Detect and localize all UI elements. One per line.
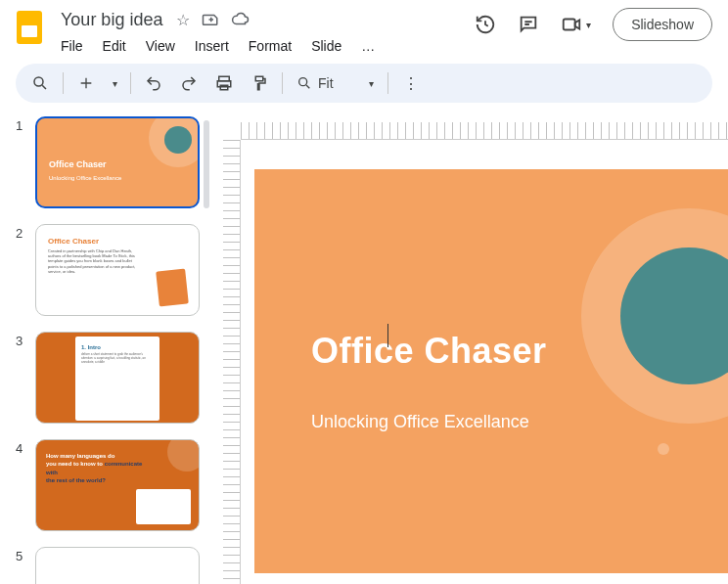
thumb-number: 2 (16, 224, 25, 241)
separator (63, 72, 64, 94)
thumb-number: 3 (16, 332, 25, 348)
menu-more[interactable]: … (361, 38, 375, 54)
thumb-number: 4 (16, 439, 25, 456)
canvas-area: Office Chaser Unlocking Office Excellanc… (211, 111, 728, 584)
version-history-icon[interactable] (475, 14, 496, 35)
decorative-circle (167, 439, 200, 472)
box-graphic (136, 489, 191, 524)
menu-format[interactable]: Format (249, 38, 292, 54)
vertical-ruler[interactable] (223, 140, 241, 584)
thumb-number: 1 (16, 116, 25, 133)
menu-edit[interactable]: Edit (103, 38, 126, 54)
thumb-body: deliver a short statement to grab the au… (81, 352, 154, 364)
slideshow-button[interactable]: Slideshow (613, 8, 712, 41)
thumb-title: Office Chaser (49, 159, 107, 169)
svg-point-5 (299, 78, 307, 86)
horizontal-ruler[interactable] (241, 122, 728, 140)
chevron-down-icon: ▾ (369, 78, 374, 89)
more-tools-button[interactable]: ⋮ (396, 68, 426, 98)
slide-subtitle-text[interactable]: Unlocking Office Excellance (311, 412, 529, 432)
app-logo[interactable] (12, 8, 47, 47)
comments-icon[interactable] (518, 14, 539, 35)
slide-thumbnail-3[interactable]: 1. Intro deliver a short statement to gr… (35, 332, 200, 424)
cloud-status-icon[interactable] (231, 11, 250, 29)
slide-canvas[interactable]: Office Chaser Unlocking Office Excellanc… (254, 169, 728, 573)
chevron-down-icon: ▾ (586, 20, 591, 30)
menu-slide[interactable]: Slide (311, 38, 341, 54)
move-icon[interactable] (202, 11, 219, 29)
slide-thumbnail-4[interactable]: How many languages do you need to know t… (35, 439, 200, 531)
toolbar: ▾ Fit ▾ ⋮ (16, 64, 712, 103)
separator (282, 72, 283, 94)
svg-rect-0 (564, 20, 575, 30)
new-slide-dropdown[interactable]: ▾ (107, 68, 122, 98)
slide-thumbnail-2[interactable]: Office Chaser Created in partnership wit… (35, 224, 200, 316)
separator (130, 72, 131, 94)
new-slide-button[interactable] (71, 68, 101, 98)
decorative-dot (658, 443, 669, 455)
slide-thumbnail-1[interactable]: Office Chaser Unlocking Office Excellanc… (35, 116, 200, 208)
menu-view[interactable]: View (146, 38, 175, 54)
svg-point-1 (34, 77, 43, 86)
search-menus-icon[interactable] (25, 68, 55, 98)
book-graphic (156, 269, 189, 307)
thumb-number: 5 (16, 547, 25, 563)
thumb-subtitle: Unlocking Office Excellance (49, 175, 121, 181)
redo-button[interactable] (174, 68, 204, 98)
thumb-body: Created in partnership with Chip and Dan… (48, 248, 140, 274)
meet-icon[interactable]: ▾ (561, 14, 591, 35)
slide-thumbnail-5[interactable] (35, 547, 200, 584)
scrollbar[interactable] (204, 120, 209, 208)
star-icon[interactable]: ☆ (176, 11, 190, 29)
menu-bar: File Edit View Insert Format Slide … (57, 32, 465, 64)
filmstrip: 1 Office Chaser Unlocking Office Excella… (0, 111, 211, 584)
print-button[interactable] (209, 68, 239, 98)
zoom-control[interactable]: Fit ▾ (291, 75, 380, 91)
paint-format-button[interactable] (245, 68, 274, 98)
menu-file[interactable]: File (61, 38, 83, 54)
separator (387, 72, 388, 94)
document-title[interactable]: Your big idea (57, 8, 166, 32)
decorative-circle (164, 126, 192, 154)
paper-graphic: 1. Intro deliver a short statement to gr… (75, 337, 159, 421)
thumb-title: Office Chaser (48, 237, 99, 246)
slide-title-text[interactable]: Office Chaser (311, 331, 547, 372)
text-cursor (387, 324, 388, 347)
thumb-heading: 1. Intro (81, 344, 154, 350)
zoom-label: Fit (318, 75, 334, 91)
thumb-text: How many languages do you need to know t… (46, 452, 142, 485)
undo-button[interactable] (139, 68, 168, 98)
menu-insert[interactable]: Insert (195, 38, 229, 54)
